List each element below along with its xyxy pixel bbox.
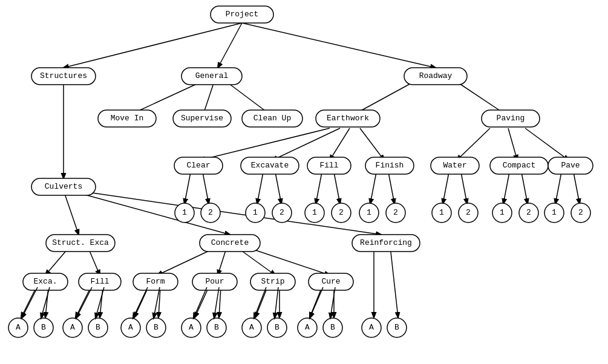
paving-node: Paving	[497, 114, 525, 123]
svg-line-16	[185, 172, 191, 204]
svg-line-107	[22, 287, 38, 318]
svg-line-116	[275, 287, 278, 318]
fill-struct-a-node: A	[70, 323, 75, 332]
svg-line-21	[334, 172, 340, 204]
excavate-node: Excavate	[251, 161, 289, 170]
svg-line-24	[443, 172, 449, 204]
pour-a-node: A	[189, 323, 194, 332]
water-node: Water	[443, 161, 466, 170]
svg-line-109	[76, 287, 92, 318]
svg-line-9	[200, 128, 330, 160]
compact-2-node: 2	[526, 208, 531, 217]
finish-node: Finish	[376, 161, 404, 170]
svg-line-19	[275, 172, 281, 204]
svg-line-12	[360, 128, 384, 160]
fill-struct-node: Fill	[90, 277, 109, 286]
pour-node: Pour	[205, 277, 224, 286]
cure-node: Cure	[321, 277, 340, 286]
svg-line-11	[330, 128, 350, 160]
struct-exca-node: Struct. Exca	[52, 238, 109, 247]
svg-line-25	[461, 172, 467, 204]
earthwork-node: Earthwork	[327, 114, 369, 123]
svg-line-118	[330, 287, 335, 318]
svg-line-26	[503, 172, 509, 204]
form-node: Form	[146, 277, 165, 286]
exca-a-node: A	[16, 323, 21, 332]
svg-line-29	[574, 172, 580, 204]
fill-ew-node: Fill	[319, 161, 338, 170]
cure-b-node: B	[330, 323, 335, 332]
fill-1-node: 1	[312, 208, 317, 217]
fill-struct-b-node: B	[96, 323, 100, 332]
culverts-node: Culverts	[45, 182, 82, 191]
svg-line-23	[388, 172, 394, 204]
svg-line-45	[195, 287, 209, 317]
finish-2-node: 2	[393, 208, 398, 217]
pave-2-node: 2	[578, 208, 583, 217]
pave-node: Pave	[561, 161, 580, 170]
svg-line-114	[214, 287, 219, 318]
svg-line-1	[218, 23, 242, 68]
strip-node: Strip	[261, 277, 284, 286]
supervise-node: Supervise	[181, 114, 223, 123]
concrete-node: Concrete	[211, 238, 249, 247]
svg-line-37	[76, 287, 91, 317]
svg-line-10	[272, 128, 340, 160]
svg-line-115	[254, 287, 266, 318]
form-a-node: A	[128, 323, 133, 332]
roadway-node: Roadway	[419, 71, 453, 80]
fill-2-node: 2	[339, 208, 344, 217]
excavate-1-node: 1	[253, 208, 258, 217]
exca-b-node: B	[41, 323, 46, 332]
movein-node: Move In	[111, 114, 144, 123]
svg-line-42	[245, 247, 330, 275]
svg-line-27	[521, 172, 528, 204]
water-1-node: 1	[439, 208, 444, 217]
svg-line-111	[133, 287, 148, 318]
svg-line-35	[21, 287, 36, 317]
exca-node: Exca.	[33, 277, 57, 286]
svg-line-2	[242, 23, 436, 68]
reinforcing-b-node: B	[394, 323, 399, 332]
clear-2-node: 2	[208, 208, 213, 217]
svg-line-17	[203, 172, 209, 204]
finish-1-node: 1	[367, 208, 371, 217]
svg-line-0	[64, 23, 242, 68]
svg-line-47	[255, 287, 267, 317]
svg-line-20	[316, 172, 322, 204]
svg-line-28	[555, 172, 561, 204]
cleanup-node: Clean Up	[253, 114, 291, 123]
strip-b-node: B	[275, 323, 279, 332]
general-node: General	[195, 71, 229, 80]
svg-line-13	[457, 128, 490, 160]
svg-line-46	[219, 287, 221, 317]
pour-b-node: B	[214, 323, 219, 332]
clear-1-node: 1	[182, 208, 187, 217]
svg-line-15	[525, 128, 569, 160]
svg-line-22	[370, 172, 376, 204]
cure-a-node: A	[305, 323, 310, 332]
water-2-node: 2	[466, 208, 471, 217]
svg-line-117	[310, 287, 323, 318]
reinforcing-node: Reinforcing	[360, 238, 412, 247]
excavate-2-node: 2	[279, 208, 284, 217]
project-node: Project	[226, 10, 259, 19]
form-b-node: B	[154, 323, 159, 332]
clear-node: Clear	[186, 161, 210, 170]
compact-1-node: 1	[500, 208, 505, 217]
svg-line-113	[194, 287, 207, 318]
pave-1-node: 1	[552, 208, 557, 217]
strip-a-node: A	[249, 323, 254, 332]
svg-line-43	[134, 287, 148, 317]
svg-line-14	[508, 128, 517, 160]
structures-node: Structures	[40, 71, 87, 80]
svg-line-52	[390, 247, 398, 317]
svg-line-30	[64, 190, 79, 235]
svg-line-18	[257, 172, 263, 204]
compact-node: Compact	[503, 161, 536, 170]
reinforcing-a-node: A	[369, 323, 374, 332]
